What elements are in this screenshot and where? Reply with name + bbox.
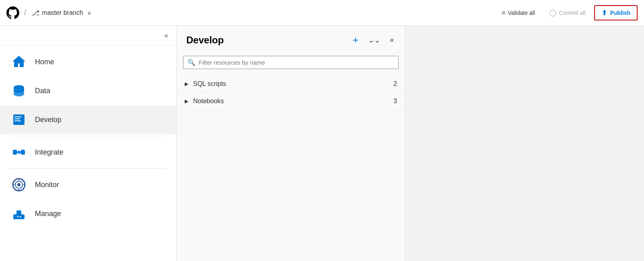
manage-icon: [11, 206, 27, 222]
sidebar-item-home-label: Home: [35, 58, 54, 66]
content-area: [406, 26, 644, 261]
add-icon: +: [353, 34, 359, 46]
list-item[interactable]: ▶ SQL scripts 2: [177, 75, 405, 93]
sidebar-item-manage-label: Manage: [35, 210, 61, 218]
sidebar-item-develop[interactable]: Develop: [0, 105, 176, 134]
sidebar-top-bar: «: [0, 26, 176, 46]
publish-label: Publish: [610, 10, 630, 16]
data-icon: [11, 83, 27, 99]
sidebar-item-manage[interactable]: Manage: [0, 199, 176, 228]
monitor-icon: [11, 177, 27, 193]
sidebar-item-data[interactable]: Data: [0, 76, 176, 105]
svg-point-8: [17, 151, 20, 154]
svg-rect-1: [13, 114, 24, 125]
left-sidebar: « Home: [0, 26, 177, 261]
sidebar-item-develop-label: Develop: [35, 116, 61, 124]
sidebar-item-data-label: Data: [35, 87, 50, 95]
develop-icon: [11, 112, 27, 128]
search-icon: 🔍: [187, 59, 196, 66]
sidebar-item-integrate[interactable]: Integrate: [0, 138, 176, 167]
collapse-items-icon: ⌄⌄: [368, 36, 380, 45]
svg-point-11: [17, 183, 20, 186]
sidebar-item-home[interactable]: Home: [0, 47, 176, 76]
integrate-icon: [11, 144, 27, 160]
svg-rect-2: [14, 116, 22, 117]
main-layout: « Home: [0, 26, 644, 261]
collapse-panel-button[interactable]: «: [387, 34, 397, 46]
resource-name-notebooks: Notebooks: [193, 98, 389, 105]
svg-rect-19: [17, 216, 18, 217]
path-separator: /: [24, 8, 26, 17]
publish-icon: ⬆: [601, 8, 607, 17]
commit-all-label: Commit all: [559, 10, 585, 16]
resource-expand-icon-notebooks: ▶: [185, 98, 188, 104]
toolbar-actions: ≡ Validate all ◯ Commit all ⬆ Publish: [496, 5, 638, 20]
commit-icon: ◯: [549, 9, 556, 16]
sidebar-item-integrate-label: Integrate: [35, 148, 63, 157]
collapse-items-button[interactable]: ⌄⌄: [365, 34, 383, 46]
svg-rect-18: [15, 213, 16, 214]
svg-rect-6: [21, 150, 25, 155]
resource-count-notebooks: 3: [393, 98, 397, 105]
top-toolbar: / ⎇ master branch ∨ ≡ Validate all ◯ Com…: [0, 0, 644, 26]
resource-name-sql: SQL scripts: [193, 80, 389, 88]
validate-all-button[interactable]: ≡ Validate all: [496, 7, 541, 19]
collapse-panel-icon: «: [390, 36, 394, 44]
develop-panel-title: Develop: [186, 35, 346, 46]
add-resource-button[interactable]: +: [349, 32, 362, 48]
branch-selector[interactable]: ⎇ master branch ∨: [31, 8, 91, 17]
develop-panel-header: Develop + ⌄⌄ «: [177, 26, 405, 53]
branch-name: master branch: [42, 9, 83, 16]
sidebar-divider-2: [10, 168, 167, 169]
svg-rect-3: [14, 118, 20, 119]
commit-all-button[interactable]: ◯ Commit all: [544, 6, 591, 19]
sidebar-item-monitor[interactable]: Monitor: [0, 170, 176, 199]
svg-rect-17: [16, 210, 21, 215]
validate-all-icon: ≡: [502, 9, 505, 16]
search-input[interactable]: [199, 59, 394, 66]
svg-rect-20: [20, 216, 21, 217]
svg-rect-4: [14, 120, 21, 121]
list-item[interactable]: ▶ Notebooks 3: [177, 93, 405, 110]
search-box: 🔍: [183, 56, 399, 69]
resource-expand-icon-sql: ▶: [185, 81, 188, 87]
resource-count-sql: 2: [393, 80, 397, 88]
github-icon[interactable]: [6, 6, 19, 19]
develop-panel: Develop + ⌄⌄ « 🔍 ▶ SQL scripts 2: [177, 26, 406, 261]
sidebar-items: Home Data: [0, 46, 176, 228]
home-icon: [11, 54, 27, 70]
publish-button[interactable]: ⬆ Publish: [594, 5, 638, 20]
resource-list: ▶ SQL scripts 2 ▶ Notebooks 3: [177, 74, 405, 112]
chevron-down-icon: ∨: [87, 10, 91, 16]
svg-rect-5: [13, 150, 17, 155]
branch-icon: ⎇: [31, 8, 40, 17]
svg-point-0: [14, 85, 24, 90]
validate-all-label: Validate all: [508, 10, 535, 16]
sidebar-divider-1: [10, 136, 167, 136]
sidebar-collapse-button[interactable]: «: [161, 30, 171, 41]
sidebar-item-monitor-label: Monitor: [35, 181, 59, 189]
